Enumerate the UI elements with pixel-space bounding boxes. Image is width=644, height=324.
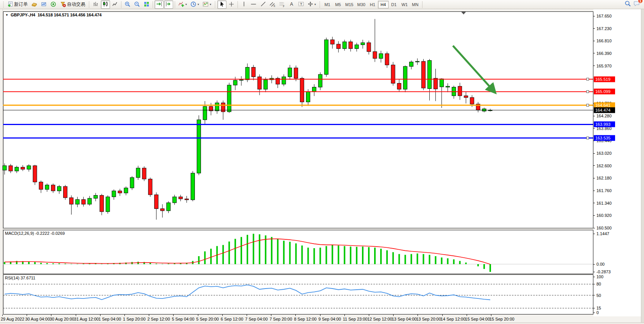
templates-button[interactable]: ▾ — [201, 0, 213, 9]
price-chart-canvas[interactable] — [3, 11, 593, 228]
auto-trading-label: 自动交易 — [67, 1, 85, 8]
toolbar-grip[interactable] — [319, 2, 320, 8]
timeframe-H1[interactable]: H1 — [367, 1, 378, 8]
equidistant-channel-tool-button[interactable]: E — [268, 0, 277, 9]
macd-chart-canvas[interactable] — [3, 230, 593, 274]
time-tick-mark — [198, 314, 198, 316]
tile-windows-icon — [143, 1, 150, 8]
search-icon[interactable] — [625, 0, 631, 8]
time-tick-mark — [149, 314, 149, 316]
trendline-tool-button[interactable] — [258, 0, 268, 9]
arrows-shapes-icon — [308, 1, 313, 8]
timeframe-M30[interactable]: M30 — [355, 1, 367, 8]
price-label-165.519: 165.519 — [594, 76, 615, 82]
market-watch-button[interactable] — [39, 0, 48, 9]
templates-dropdown-caret[interactable]: ▾ — [210, 3, 211, 6]
hline-164.641[interactable] — [3, 104, 593, 106]
text-tool-button[interactable]: A — [287, 0, 296, 9]
axis-tick-mark — [593, 308, 595, 308]
time-tick-mark — [271, 314, 271, 316]
text-label-tool-button[interactable]: T — [296, 0, 306, 9]
toolbar-grip[interactable] — [3, 2, 4, 8]
vertical-line-tool-button[interactable] — [239, 0, 249, 9]
axis-tick-mark — [593, 277, 595, 277]
notifications-button[interactable]: 1 — [633, 0, 640, 8]
navigator-button[interactable] — [49, 0, 58, 9]
time-tick-mark — [344, 314, 345, 316]
axis-tick-161.340: 161.340 — [596, 201, 612, 205]
time-tick-mark — [491, 314, 491, 316]
line-chart-button[interactable] — [110, 0, 120, 9]
axis-tick-mark — [593, 128, 595, 128]
axis-tick-mark — [593, 116, 595, 116]
window-left-edge — [0, 9, 3, 314]
toolbar-grip[interactable] — [88, 2, 90, 8]
time-label-7-Sep-20-00: 7 Sep 20:00 — [269, 317, 292, 321]
auto-scroll-button[interactable] — [155, 0, 164, 9]
zoom-out-button[interactable] — [132, 0, 142, 9]
arrows-dropdown-caret[interactable]: ▾ — [314, 3, 316, 6]
periods-dropdown-caret[interactable]: ▾ — [198, 3, 199, 6]
time-tick-mark — [76, 314, 76, 316]
chart-title-collapse-icon[interactable]: ▼ — [5, 13, 8, 17]
auto-trading-button[interactable]: 自动交易 — [58, 0, 87, 9]
price-label-163.993: 163.993 — [594, 122, 615, 127]
time-label-1-Sep-20-00: 1 Sep 20:00 — [123, 317, 145, 321]
timeframe-W1[interactable]: W1 — [399, 1, 410, 8]
rsi-chart-canvas[interactable] — [3, 274, 593, 314]
periods-clock-icon — [190, 1, 196, 8]
chart-shift-marker[interactable] — [461, 12, 466, 14]
axis-tick-162.600: 162.600 — [596, 164, 612, 168]
periods-button[interactable]: ▾ — [189, 0, 201, 9]
indicators-button[interactable]: ▾ — [177, 0, 188, 9]
current-price-label: 164.474 — [594, 107, 615, 113]
candlestick-chart-button[interactable] — [101, 0, 110, 9]
timeframe-M5[interactable]: M5 — [333, 1, 343, 8]
horizontal-line-tool-button[interactable] — [249, 0, 258, 9]
new-order-button[interactable]: 新订单 — [6, 0, 29, 9]
rsi-line — [5, 285, 490, 300]
axis-tick-166.390: 166.390 — [596, 51, 612, 56]
time-label-2-Sep-12-00: 2 Sep 12:00 — [147, 317, 170, 321]
tile-windows-button[interactable] — [142, 0, 151, 9]
timeframe-H4[interactable]: H4 — [378, 1, 389, 8]
indicators-dropdown-caret[interactable]: ▾ — [185, 3, 187, 6]
hline-165.099[interactable] — [3, 90, 593, 93]
axis-tick-mark — [593, 16, 595, 16]
crosshair-tool-button[interactable] — [227, 0, 236, 9]
toolbar-grip[interactable] — [214, 2, 216, 8]
fibonacci-tool-button[interactable]: F — [277, 0, 287, 9]
fibonacci-icon: F — [279, 1, 285, 8]
cursor-tool-button[interactable] — [217, 0, 226, 9]
time-label-5-Sep-20-00: 5 Sep 20:00 — [196, 317, 219, 321]
axis-tick-167.650: 167.650 — [596, 14, 612, 18]
bar-chart-button[interactable] — [91, 0, 100, 9]
chart-ohlc-readout: 164.518 164.571 164.456 164.474 — [38, 13, 102, 17]
time-label-13-Sep-04-00: 13 Sep 04:00 — [392, 317, 416, 321]
market-watch-icon — [41, 1, 47, 8]
timeframe-MN[interactable]: MN — [410, 1, 421, 8]
time-tick-mark — [124, 314, 125, 316]
axis-tick-rsi-100: 100 — [596, 274, 603, 279]
arrows-tool-button[interactable]: ▾ — [306, 0, 317, 9]
trend-arrow-annotation[interactable] — [453, 46, 495, 92]
timeframe-D1[interactable]: D1 — [389, 1, 399, 8]
timeframe-M15[interactable]: M15 — [343, 1, 355, 8]
axis-tick-mark — [593, 66, 595, 66]
axis-tick-163.020: 163.020 — [596, 151, 612, 156]
time-tick-mark — [2, 314, 3, 316]
time-label-8-Sep-12-00: 8 Sep 12:00 — [294, 317, 316, 321]
auto-trading-icon — [60, 1, 66, 8]
zoom-in-button[interactable] — [123, 0, 132, 9]
timeframe-M1[interactable]: M1 — [322, 1, 333, 8]
axis-tick-mark — [593, 313, 595, 313]
hline-163.535[interactable] — [3, 137, 593, 139]
axis-tick-160.500: 160.500 — [596, 226, 612, 230]
profiles-button[interactable] — [30, 0, 39, 9]
axis-tick-macd-0.00: 0.00 — [596, 262, 604, 266]
time-label-15-Sep-04-00: 15 Sep 04:00 — [465, 317, 490, 321]
main-toolbar: 新订单 自动交易 — [0, 0, 644, 9]
chart-shift-button[interactable] — [164, 0, 173, 9]
trendline-icon — [260, 1, 266, 8]
axis-tick-rsi-50: 50 — [596, 293, 601, 298]
